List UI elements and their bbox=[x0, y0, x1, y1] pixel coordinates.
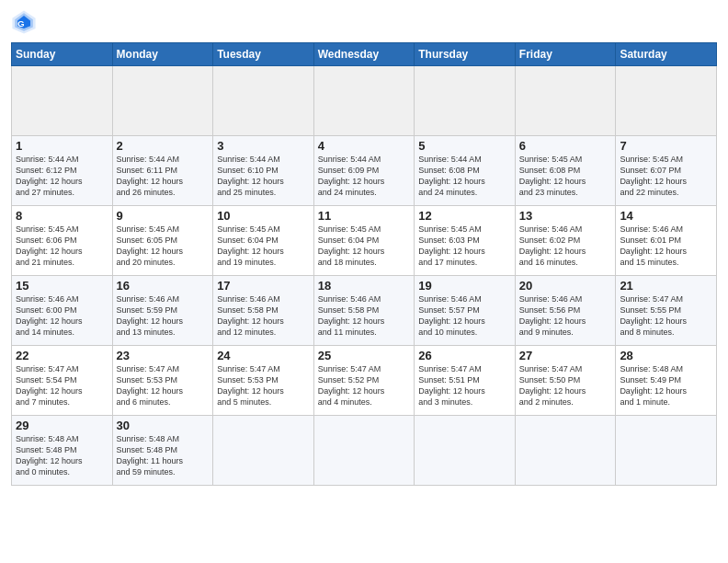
col-header-saturday: Saturday bbox=[616, 43, 717, 66]
cell-info: Sunrise: 5:44 AM Sunset: 6:10 PM Dayligh… bbox=[217, 154, 310, 199]
day-number: 10 bbox=[217, 209, 310, 223]
calendar-cell: 2Sunrise: 5:44 AM Sunset: 6:11 PM Daylig… bbox=[112, 136, 213, 206]
logo-icon: G bbox=[11, 9, 37, 35]
day-number: 2 bbox=[117, 139, 210, 153]
day-number: 15 bbox=[16, 279, 108, 293]
page-container: G SundayMondayTuesdayWednesdayThursdayFr… bbox=[0, 0, 728, 495]
day-number: 16 bbox=[117, 279, 210, 293]
day-number: 13 bbox=[519, 209, 612, 223]
cell-info: Sunrise: 5:45 AM Sunset: 6:08 PM Dayligh… bbox=[519, 154, 612, 199]
cell-info: Sunrise: 5:46 AM Sunset: 5:57 PM Dayligh… bbox=[418, 293, 511, 339]
calendar-cell: 12Sunrise: 5:45 AM Sunset: 6:03 PM Dayli… bbox=[415, 206, 516, 276]
day-number: 18 bbox=[318, 279, 411, 293]
cell-info: Sunrise: 5:48 AM Sunset: 5:49 PM Dayligh… bbox=[620, 363, 712, 408]
header-row: SundayMondayTuesdayWednesdayThursdayFrid… bbox=[12, 43, 717, 66]
cell-info: Sunrise: 5:48 AM Sunset: 5:48 PM Dayligh… bbox=[16, 433, 108, 478]
calendar-cell bbox=[313, 416, 415, 486]
cell-info: Sunrise: 5:48 AM Sunset: 5:48 PM Dayligh… bbox=[117, 433, 210, 478]
calendar-cell: 17Sunrise: 5:46 AM Sunset: 5:58 PM Dayli… bbox=[213, 276, 314, 346]
day-number: 27 bbox=[519, 349, 612, 362]
day-number: 25 bbox=[318, 349, 411, 362]
calendar-cell bbox=[313, 66, 415, 136]
week-row-1: 1Sunrise: 5:44 AM Sunset: 6:12 PM Daylig… bbox=[12, 136, 717, 206]
calendar-cell: 8Sunrise: 5:45 AM Sunset: 6:06 PM Daylig… bbox=[12, 206, 113, 276]
cell-info: Sunrise: 5:46 AM Sunset: 6:01 PM Dayligh… bbox=[620, 224, 712, 269]
cell-info: Sunrise: 5:47 AM Sunset: 5:53 PM Dayligh… bbox=[217, 363, 310, 408]
day-number: 20 bbox=[519, 279, 612, 293]
day-number: 6 bbox=[519, 139, 612, 153]
calendar-cell: 16Sunrise: 5:46 AM Sunset: 5:59 PM Dayli… bbox=[112, 276, 213, 346]
day-number: 26 bbox=[418, 349, 511, 362]
calendar-cell: 5Sunrise: 5:44 AM Sunset: 6:08 PM Daylig… bbox=[415, 136, 516, 206]
calendar-cell bbox=[515, 416, 616, 486]
cell-info: Sunrise: 5:45 AM Sunset: 6:05 PM Dayligh… bbox=[117, 224, 210, 269]
col-header-sunday: Sunday bbox=[12, 43, 113, 66]
cell-info: Sunrise: 5:44 AM Sunset: 6:11 PM Dayligh… bbox=[117, 154, 210, 199]
day-number: 28 bbox=[620, 349, 712, 362]
calendar-cell bbox=[213, 416, 314, 486]
week-row-2: 8Sunrise: 5:45 AM Sunset: 6:06 PM Daylig… bbox=[12, 206, 717, 276]
day-number: 24 bbox=[217, 349, 310, 362]
calendar-cell: 21Sunrise: 5:47 AM Sunset: 5:55 PM Dayli… bbox=[616, 276, 717, 346]
day-number: 30 bbox=[117, 419, 210, 432]
week-row-4: 22Sunrise: 5:47 AM Sunset: 5:54 PM Dayli… bbox=[12, 346, 717, 416]
cell-info: Sunrise: 5:46 AM Sunset: 6:02 PM Dayligh… bbox=[519, 224, 612, 269]
calendar-cell: 24Sunrise: 5:47 AM Sunset: 5:53 PM Dayli… bbox=[213, 346, 314, 416]
cell-info: Sunrise: 5:45 AM Sunset: 6:03 PM Dayligh… bbox=[418, 224, 511, 269]
calendar-cell: 13Sunrise: 5:46 AM Sunset: 6:02 PM Dayli… bbox=[515, 206, 616, 276]
week-row-5: 29Sunrise: 5:48 AM Sunset: 5:48 PM Dayli… bbox=[12, 416, 717, 486]
day-number: 11 bbox=[318, 209, 411, 223]
week-row-0 bbox=[12, 66, 717, 136]
week-row-3: 15Sunrise: 5:46 AM Sunset: 6:00 PM Dayli… bbox=[12, 276, 717, 346]
col-header-friday: Friday bbox=[515, 43, 616, 66]
svg-text:G: G bbox=[17, 18, 25, 29]
day-number: 9 bbox=[117, 209, 210, 223]
calendar-table: SundayMondayTuesdayWednesdayThursdayFrid… bbox=[11, 42, 717, 486]
calendar-cell: 10Sunrise: 5:45 AM Sunset: 6:04 PM Dayli… bbox=[213, 206, 314, 276]
cell-info: Sunrise: 5:46 AM Sunset: 5:59 PM Dayligh… bbox=[117, 293, 210, 339]
cell-info: Sunrise: 5:45 AM Sunset: 6:06 PM Dayligh… bbox=[16, 224, 108, 269]
cell-info: Sunrise: 5:46 AM Sunset: 5:56 PM Dayligh… bbox=[519, 293, 612, 339]
cell-info: Sunrise: 5:46 AM Sunset: 5:58 PM Dayligh… bbox=[217, 293, 310, 339]
logo: G bbox=[11, 9, 40, 35]
calendar-cell bbox=[415, 416, 516, 486]
day-number: 5 bbox=[418, 139, 511, 153]
day-number: 8 bbox=[16, 209, 108, 223]
day-number: 29 bbox=[16, 419, 108, 432]
calendar-cell: 26Sunrise: 5:47 AM Sunset: 5:51 PM Dayli… bbox=[415, 346, 516, 416]
col-header-wednesday: Wednesday bbox=[313, 43, 415, 66]
cell-info: Sunrise: 5:46 AM Sunset: 6:00 PM Dayligh… bbox=[16, 293, 108, 339]
calendar-cell: 29Sunrise: 5:48 AM Sunset: 5:48 PM Dayli… bbox=[12, 416, 113, 486]
calendar-cell: 1Sunrise: 5:44 AM Sunset: 6:12 PM Daylig… bbox=[12, 136, 113, 206]
cell-info: Sunrise: 5:47 AM Sunset: 5:50 PM Dayligh… bbox=[519, 363, 612, 408]
calendar-cell bbox=[415, 66, 516, 136]
day-number: 4 bbox=[318, 139, 411, 153]
calendar-cell: 3Sunrise: 5:44 AM Sunset: 6:10 PM Daylig… bbox=[213, 136, 314, 206]
calendar-cell: 9Sunrise: 5:45 AM Sunset: 6:05 PM Daylig… bbox=[112, 206, 213, 276]
cell-info: Sunrise: 5:47 AM Sunset: 5:53 PM Dayligh… bbox=[117, 363, 210, 408]
calendar-cell: 11Sunrise: 5:45 AM Sunset: 6:04 PM Dayli… bbox=[313, 206, 415, 276]
calendar-cell bbox=[112, 66, 213, 136]
calendar-cell: 28Sunrise: 5:48 AM Sunset: 5:49 PM Dayli… bbox=[616, 346, 717, 416]
cell-info: Sunrise: 5:44 AM Sunset: 6:08 PM Dayligh… bbox=[418, 154, 511, 199]
calendar-cell: 20Sunrise: 5:46 AM Sunset: 5:56 PM Dayli… bbox=[515, 276, 616, 346]
day-number: 22 bbox=[16, 349, 108, 362]
col-header-thursday: Thursday bbox=[415, 43, 516, 66]
calendar-cell: 22Sunrise: 5:47 AM Sunset: 5:54 PM Dayli… bbox=[12, 346, 113, 416]
col-header-monday: Monday bbox=[112, 43, 213, 66]
cell-info: Sunrise: 5:47 AM Sunset: 5:51 PM Dayligh… bbox=[418, 363, 511, 408]
calendar-cell bbox=[12, 66, 113, 136]
day-number: 21 bbox=[620, 279, 712, 293]
calendar-cell bbox=[515, 66, 616, 136]
cell-info: Sunrise: 5:44 AM Sunset: 6:09 PM Dayligh… bbox=[318, 154, 411, 199]
calendar-cell: 4Sunrise: 5:44 AM Sunset: 6:09 PM Daylig… bbox=[313, 136, 415, 206]
calendar-cell bbox=[213, 66, 314, 136]
day-number: 12 bbox=[418, 209, 511, 223]
calendar-cell: 6Sunrise: 5:45 AM Sunset: 6:08 PM Daylig… bbox=[515, 136, 616, 206]
cell-info: Sunrise: 5:47 AM Sunset: 5:54 PM Dayligh… bbox=[16, 363, 108, 408]
calendar-cell bbox=[616, 416, 717, 486]
cell-info: Sunrise: 5:47 AM Sunset: 5:55 PM Dayligh… bbox=[620, 293, 712, 339]
calendar-cell: 27Sunrise: 5:47 AM Sunset: 5:50 PM Dayli… bbox=[515, 346, 616, 416]
day-number: 14 bbox=[620, 209, 712, 223]
cell-info: Sunrise: 5:45 AM Sunset: 6:04 PM Dayligh… bbox=[217, 224, 310, 269]
